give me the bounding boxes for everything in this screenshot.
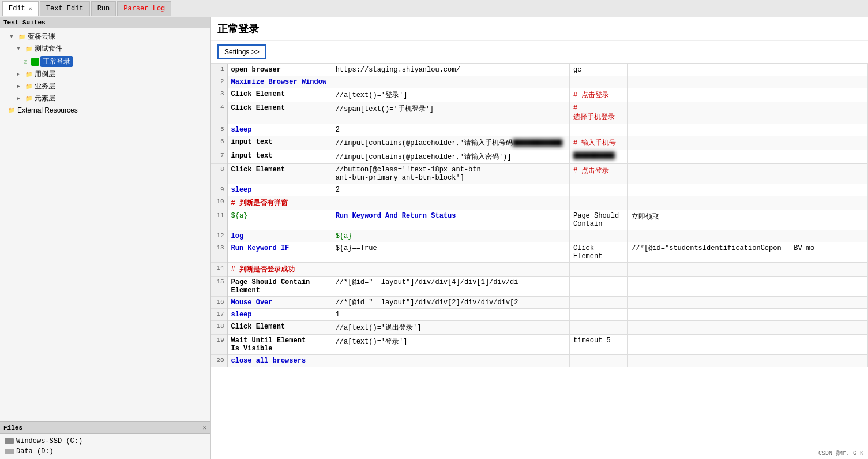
table-row[interactable]: 7input text//input[contains(@placeholder…	[211, 150, 868, 164]
row-number: 10	[211, 196, 227, 210]
files-content: Windows-SSD (C:) Data (D:)	[0, 434, 210, 459]
keyword-cell: Maximize Browser Window	[227, 76, 332, 88]
col3-cell	[570, 297, 628, 309]
table-row[interactable]: 3Click Element//a[text()='登录']# 点击登录	[211, 88, 868, 102]
keyword-cell: log	[227, 230, 332, 242]
table-row[interactable]: 20close all browsers	[211, 355, 868, 367]
col3-cell: gc	[570, 64, 628, 76]
table-row[interactable]: 15Page Should Contain Element//*[@id="__…	[211, 277, 868, 297]
table-row[interactable]: 9sleep2	[211, 184, 868, 196]
sidebar-item-bluebridge[interactable]: ▼ 📁 蓝桥云课	[2, 31, 208, 43]
col5-cell	[821, 321, 867, 335]
row-number: 4	[211, 102, 227, 124]
table-row[interactable]: 11${a}Run Keyword And Return StatusPage …	[211, 210, 868, 230]
sidebar-item-normal-login[interactable]: ☑ 正常登录	[2, 55, 208, 68]
files-panel: Files ✕ Windows-SSD (C:) Data (D:)	[0, 421, 210, 459]
col5-cell	[821, 263, 867, 277]
col3-cell: # 输入手机号	[570, 136, 628, 150]
table-row[interactable]: 12log${a}	[211, 230, 868, 242]
col3-cell: # 点击登录	[570, 164, 628, 184]
col2-cell	[332, 263, 569, 277]
col4-cell	[628, 196, 821, 210]
sidebar-label-usecase: 用例层	[35, 69, 55, 79]
content-area: 正常登录 Settings >> 1open browserhttps://st…	[211, 17, 868, 459]
row-number: 8	[211, 164, 227, 184]
col4-cell	[628, 102, 821, 124]
col4-cell	[628, 124, 821, 136]
col4-cell	[628, 64, 821, 76]
col3-cell	[570, 124, 628, 136]
table-row[interactable]: 5sleep2	[211, 124, 868, 136]
table-row[interactable]: 16Mouse Over//*[@id="__layout"]/div/div[…	[211, 297, 868, 309]
disk-icon-d	[5, 449, 14, 454]
col3-cell	[570, 321, 628, 335]
file-item-windows-ssd[interactable]: Windows-SSD (C:)	[2, 436, 208, 446]
file-label-data-d: Data (D:)	[16, 447, 54, 456]
tab-text-edit[interactable]: Text Edit	[40, 1, 90, 16]
tab-run[interactable]: Run	[91, 1, 117, 16]
table-row[interactable]: 4Click Element//span[text()='手机登录']# 选择手…	[211, 102, 868, 124]
keyword-cell: Click Element	[227, 164, 332, 184]
sidebar: Test Suites ▼ 📁 蓝桥云课 ▼ 📁 测试套件 ☑ 正常登录 ▶ 📁	[0, 17, 211, 459]
table-row[interactable]: 1open browserhttps://staging.shiyanlou.c…	[211, 64, 868, 76]
col2-cell: ${a}==True	[332, 242, 569, 263]
expand-icon-testsuit: ▼	[14, 44, 23, 54]
tab-parser-log-label: Parser Log	[123, 5, 165, 13]
files-close-button[interactable]: ✕	[202, 424, 206, 431]
col4-cell	[628, 309, 821, 321]
col3-cell: # 选择手机登录	[570, 102, 628, 124]
sidebar-item-external[interactable]: 📁 External Resources	[2, 105, 208, 116]
row-number: 20	[211, 355, 227, 367]
table-row[interactable]: 14# 判断是否登录成功	[211, 263, 868, 277]
table-row[interactable]: 2Maximize Browser Window	[211, 76, 868, 88]
col3-cell	[570, 277, 628, 297]
sidebar-item-business[interactable]: ▶ 📁 业务层	[2, 80, 208, 92]
col3-cell: timeout=5	[570, 335, 628, 355]
table-container[interactable]: 1open browserhttps://staging.shiyanlou.c…	[211, 64, 868, 459]
tab-text-edit-label: Text Edit	[46, 5, 84, 13]
file-item-data-d[interactable]: Data (D:)	[2, 446, 208, 457]
row-number: 16	[211, 297, 227, 309]
col5-cell	[821, 164, 867, 184]
table-row[interactable]: 19Wait Until Element Is Visible//a[text(…	[211, 335, 868, 355]
row-number: 18	[211, 321, 227, 335]
settings-bar: Settings >>	[211, 41, 868, 64]
keyword-cell: open browser	[227, 64, 332, 76]
col2-cell: //span[text()='手机登录']	[332, 102, 569, 124]
table-row[interactable]: 17sleep1	[211, 309, 868, 321]
folder-icon-external: 📁	[7, 106, 16, 115]
expand-icon-usecase: ▶	[14, 70, 23, 79]
tab-edit-close[interactable]: ✕	[29, 5, 32, 12]
col4-cell: 立即领取	[628, 210, 821, 230]
keyword-cell: # 判断是否登录成功	[227, 263, 332, 277]
col2-cell	[332, 76, 569, 88]
keyword-cell: input text	[227, 136, 332, 150]
table-row[interactable]: 13Run Keyword IF${a}==TrueClick Element/…	[211, 242, 868, 263]
col3-cell: Page Should Contain	[570, 210, 628, 230]
keyword-cell: close all browsers	[227, 355, 332, 367]
folder-icon-testsuit: 📁	[24, 44, 33, 54]
col2-cell: //button[@class='!text-18px ant-btn ant-…	[332, 164, 569, 184]
tab-run-label: Run	[97, 5, 110, 13]
table-row[interactable]: 18Click Element//a[text()='退出登录']	[211, 321, 868, 335]
tab-bar: Edit ✕ Text Edit Run Parser Log	[0, 0, 868, 17]
sidebar-item-usecase[interactable]: ▶ 📁 用例层	[2, 68, 208, 80]
col5-cell	[821, 136, 867, 150]
col2-cell: //a[text()='退出登录']	[332, 321, 569, 335]
col2-cell: //a[text()='登录']	[332, 335, 569, 355]
table-row[interactable]: 6input text//input[contains(@placeholder…	[211, 136, 868, 150]
col4-cell	[628, 355, 821, 367]
table-row[interactable]: 8Click Element//button[@class='!text-18p…	[211, 164, 868, 184]
table-row[interactable]: 10# 判断是否有弹窗	[211, 196, 868, 210]
col5-cell	[821, 150, 867, 164]
col2-cell: //*[@id="__layout"]/div/div[4]/div[1]/di…	[332, 277, 569, 297]
tab-parser-log[interactable]: Parser Log	[117, 1, 171, 16]
sidebar-item-testsuit[interactable]: ▼ 📁 测试套件	[2, 43, 208, 55]
settings-button[interactable]: Settings >>	[217, 44, 266, 59]
col2-cell: //input[contains(@placeholder,'请输入手机号码██…	[332, 136, 569, 150]
col4-cell	[628, 136, 821, 150]
keyword-cell: input text	[227, 150, 332, 164]
tab-edit[interactable]: Edit ✕	[2, 1, 39, 16]
col3-cell	[570, 230, 628, 242]
sidebar-item-element[interactable]: ▶ 📁 元素层	[2, 92, 208, 105]
